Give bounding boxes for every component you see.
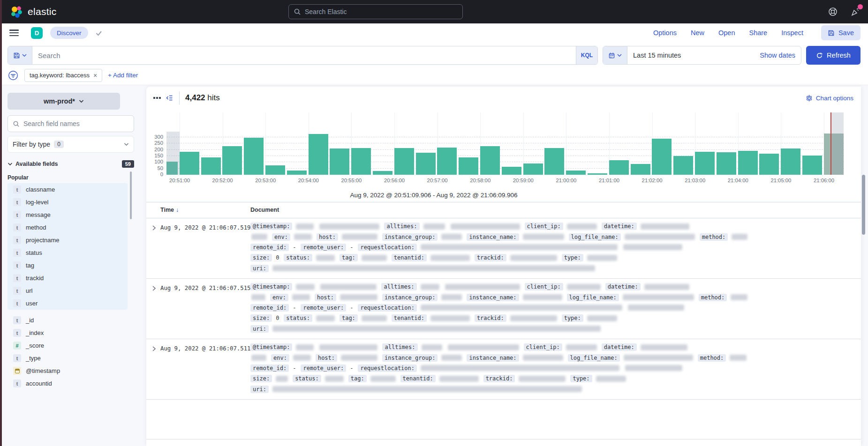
sidebar-scrollbar[interactable]: [130, 171, 132, 219]
histogram-bar[interactable]: [781, 149, 800, 175]
histogram-bar[interactable]: [309, 134, 328, 175]
histogram-bar[interactable]: [330, 149, 349, 175]
histogram-bar[interactable]: [588, 173, 607, 175]
refresh-button[interactable]: Refresh: [806, 46, 860, 65]
string-field-icon: t: [13, 287, 21, 295]
histogram-bar[interactable]: [652, 139, 672, 175]
elastic-brand[interactable]: elastic: [10, 6, 57, 18]
field-item-status[interactable]: tstatus: [8, 246, 128, 259]
expand-row-icon[interactable]: [152, 346, 156, 352]
histogram-bar[interactable]: [201, 157, 221, 175]
histogram-bar[interactable]: [180, 152, 199, 175]
filter-by-type-button[interactable]: Filter by type 0: [8, 136, 134, 153]
expand-row-icon[interactable]: [152, 285, 156, 291]
content-area: wm-prod* Search field names Filter by ty…: [0, 85, 868, 446]
histogram-bar[interactable]: [459, 157, 478, 175]
options-button[interactable]: Options: [653, 29, 677, 37]
histogram-bar[interactable]: [609, 160, 629, 175]
main-scrollbar-thumb[interactable]: [862, 175, 865, 235]
redacted-value: [293, 355, 311, 361]
histogram-bar[interactable]: [394, 148, 414, 175]
field-item-_score[interactable]: #_score: [8, 339, 128, 352]
histogram-bar[interactable]: [523, 164, 543, 175]
document-cell: @timestamp:alltimes:client_ip:datetime:e…: [250, 282, 858, 334]
field-chip: type:: [562, 254, 583, 261]
histogram-bar[interactable]: [265, 165, 285, 175]
time-range-value[interactable]: Last 15 minutes: [627, 46, 754, 64]
new-button[interactable]: New: [691, 29, 704, 37]
expand-row-icon[interactable]: [152, 225, 156, 231]
histogram-bar[interactable]: [673, 156, 693, 175]
histogram-bar[interactable]: [437, 148, 457, 175]
share-button[interactable]: Share: [749, 29, 767, 37]
field-item-projectname[interactable]: tprojectname: [8, 234, 128, 246]
main-scrollbar[interactable]: [862, 87, 867, 446]
redacted-value: [441, 234, 462, 240]
field-item-_type[interactable]: t_type: [8, 352, 128, 364]
field-item-message[interactable]: tmessage: [8, 208, 128, 221]
time-column-header[interactable]: Time↓: [160, 207, 179, 213]
histogram-bar[interactable]: [502, 167, 521, 175]
add-filter-button[interactable]: + Add filter: [108, 72, 138, 79]
field-name: user: [26, 300, 38, 307]
redacted-value: [625, 365, 682, 371]
open-button[interactable]: Open: [718, 29, 735, 37]
field-item-tag[interactable]: ttag: [8, 259, 128, 272]
histogram-bar[interactable]: [244, 138, 264, 175]
redacted-value: [296, 284, 315, 290]
histogram-bar[interactable]: [351, 148, 371, 175]
field-item-user[interactable]: tuser: [8, 297, 128, 310]
inspect-button[interactable]: Inspect: [781, 29, 803, 37]
remove-filter-icon[interactable]: ×: [93, 72, 97, 79]
field-item-timestamp[interactable]: @timestamp: [8, 364, 128, 377]
histogram-bar[interactable]: [802, 156, 822, 175]
histogram-bar[interactable]: [717, 152, 736, 175]
index-pattern-picker[interactable]: wm-prod*: [8, 93, 120, 110]
histogram-bar[interactable]: [480, 146, 500, 175]
global-search-input[interactable]: Search Elastic: [288, 4, 463, 19]
newsfeed-icon[interactable]: [850, 7, 860, 17]
breadcrumb[interactable]: Discover: [50, 27, 88, 39]
field-item-log-level[interactable]: tlog-level: [8, 196, 128, 208]
app-badge[interactable]: D: [31, 27, 43, 39]
field-item-accountid[interactable]: taccountid: [8, 377, 128, 390]
field-search-placeholder: Search field names: [23, 120, 80, 127]
available-fields-label: Available fields: [15, 161, 58, 167]
histogram-bar[interactable]: [416, 153, 436, 175]
save-button[interactable]: Save: [821, 25, 860, 40]
kql-language-button[interactable]: KQL: [576, 46, 597, 64]
menu-icon[interactable]: [9, 30, 19, 36]
histogram-bar[interactable]: [544, 148, 564, 175]
filter-pill[interactable]: tag.keyword: lbaccess ×: [24, 69, 102, 82]
field-item-_index[interactable]: t_index: [8, 327, 128, 339]
field-search-input[interactable]: Search field names: [8, 115, 134, 132]
checkmark-icon[interactable]: [95, 29, 103, 37]
show-dates-button[interactable]: Show dates: [754, 46, 801, 64]
histogram-bar[interactable]: [759, 154, 779, 175]
filter-menu-icon[interactable]: [8, 70, 19, 81]
field-item-trackid[interactable]: ttrackid: [8, 272, 128, 284]
row-density-icon[interactable]: [151, 92, 163, 104]
collapse-sidebar-icon[interactable]: [163, 92, 175, 104]
histogram-bar[interactable]: [287, 171, 307, 175]
histogram-bar[interactable]: [631, 164, 650, 175]
histogram-bar[interactable]: [738, 151, 758, 175]
redacted-value: [730, 355, 747, 361]
field-item-_id[interactable]: t_id: [8, 314, 128, 327]
field-item-method[interactable]: tmethod: [8, 221, 128, 234]
chart-options-button[interactable]: Chart options: [806, 95, 853, 102]
query-search-input[interactable]: Search: [32, 46, 576, 64]
field-item-url[interactable]: turl: [8, 284, 128, 297]
redacted-value: [731, 294, 747, 300]
sort-desc-icon[interactable]: ↓: [176, 207, 179, 213]
help-icon[interactable]: [828, 7, 838, 17]
histogram-bar[interactable]: [222, 146, 242, 175]
calendar-menu-button[interactable]: [603, 46, 627, 64]
histogram-bar[interactable]: [566, 171, 586, 175]
field-item-classname[interactable]: tclassname: [8, 183, 128, 196]
histogram-bar[interactable]: [695, 152, 715, 175]
saved-query-menu-button[interactable]: [8, 46, 32, 64]
hits-number: 4,422: [185, 93, 205, 102]
available-fields-header[interactable]: Available fields 59: [8, 160, 134, 168]
histogram-bar[interactable]: [373, 171, 392, 175]
